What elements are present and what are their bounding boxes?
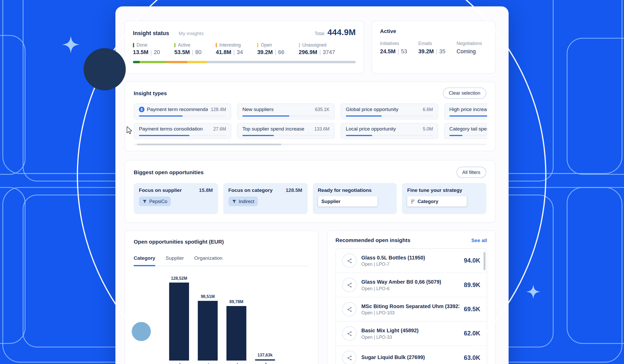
stat-count: 20 (154, 49, 160, 55)
total-value: 444.9M (327, 28, 356, 37)
recommended-card: Recommended open insights See all Glass … (327, 230, 495, 364)
insight-type-chip-new-suppliers[interactable]: New suppliers635.1K (237, 103, 335, 119)
insight-type-chip-top-supplier-spend-increase[interactable]: Top supplier spend increase133.6M (237, 123, 335, 139)
chip-value: 133.6M (314, 127, 330, 131)
chip-label: Global price opportunity (346, 107, 398, 112)
active-col-initiatives: Initiatives 24.5M|53 (380, 41, 407, 55)
share-icon (342, 302, 356, 316)
category-filter-chip[interactable]: Indirect (228, 197, 258, 206)
stat-label: Unassigned (302, 43, 327, 47)
recommended-item[interactable]: Basic Mix Light (45892)Open | LPO-33 62.… (336, 321, 487, 345)
status-progress-seg-0 (133, 61, 140, 63)
op-title: Focus on supplier (139, 187, 182, 193)
chip-value: 5.0M (423, 127, 433, 131)
status-progress-seg-4 (207, 61, 356, 63)
chip-progress-track (346, 135, 433, 136)
mouse-cursor (125, 126, 134, 135)
chip-value: 27.6M (213, 127, 226, 131)
tab-organization[interactable]: Organization (194, 256, 222, 266)
insight-chip-progress-1 (242, 115, 289, 117)
spotlight-card: Open opportunities spotlight (EUR) Categ… (125, 230, 318, 364)
chart-bar-group: 137,63k ed (255, 353, 275, 361)
insight-type-chip-payment-terms-consolidation[interactable]: Payment terms consolidation27.6M (134, 123, 231, 139)
col-label: Emails (418, 41, 445, 46)
insight-type-chip-high-price-increase[interactable]: High price increase (444, 103, 487, 119)
insight-type-chip-global-price-opportunity[interactable]: Global price opportunity6.6M (341, 103, 438, 119)
bar-value-label: 98,51M (201, 294, 215, 299)
stat-count: 3747 (323, 49, 335, 55)
insight-type-chip-local-price-opportunity[interactable]: Local price opportunity5.0M (341, 123, 438, 139)
active-card: Active Initiatives 24.5M|53 Emails 39.2M… (372, 21, 496, 74)
spotlight-title: Open opportunities spotlight (EUR) (134, 239, 224, 245)
tab-category[interactable]: Category (134, 256, 155, 266)
active-col-emails: Emails 39.2M|35 (418, 41, 445, 55)
divider: | (192, 49, 193, 55)
col-count: 35 (439, 48, 445, 54)
insight-chip-progress-5 (242, 135, 274, 136)
insight-type-chip-category-tail-spend[interactable]: Category tail spend (444, 123, 487, 139)
opportunity-card-focus-supplier: Focus on supplier15.8M PepsiCo (134, 183, 218, 214)
all-filters-button[interactable]: All filters (456, 167, 486, 178)
item-value: 62.0K (464, 330, 480, 337)
dollar-icon: $ (139, 107, 144, 112)
stat-label: Open (261, 43, 272, 47)
recommended-item[interactable]: Glass 0.5L Bottles (11950)Open | LPO-7 9… (336, 249, 487, 273)
bar-value-label: 89,78M (229, 299, 243, 304)
horizontal-scrollbar-thumb[interactable] (137, 144, 282, 145)
item-meta: Open | LPO-103 (361, 310, 459, 315)
divider: | (319, 49, 321, 55)
my-insights-tab[interactable]: My insights (179, 31, 204, 36)
category-select[interactable]: Category (407, 196, 467, 207)
decor-dark-circle (83, 48, 126, 90)
chip-value: 128.4M (211, 107, 226, 112)
stat-count: 66 (278, 49, 284, 55)
insight-chip-progress-4 (139, 135, 189, 136)
op-value: 128.5M (286, 187, 302, 193)
share-icon (342, 278, 356, 292)
bar-value-label: 128,52M (171, 276, 187, 281)
divider: | (436, 48, 437, 54)
horizontal-scrollbar (134, 144, 486, 145)
supplier-filter-chip[interactable]: PepsiCo (139, 197, 171, 206)
chart-bar-2[interactable] (226, 306, 246, 361)
insight-types-title: Insight types (134, 90, 167, 96)
insight-types-card: Insight types Clear selection $Payment t… (125, 82, 496, 151)
col-value: 39.2M (418, 48, 434, 54)
chip-progress-track (346, 115, 433, 117)
item-name: Sugar Liquid Bulk (27699) (361, 354, 425, 360)
recommended-item[interactable]: Sugar Liquid Bulk (27699) 63.0K (336, 346, 487, 364)
vertical-scrollbar-thumb[interactable] (484, 252, 486, 270)
chip-label: Top supplier spend increase (242, 126, 304, 132)
chart-bar-0[interactable] (169, 283, 189, 361)
item-value: 94.0K (464, 257, 480, 264)
clear-selection-button[interactable]: Clear selection (443, 88, 486, 99)
tab-supplier[interactable]: Supplier (166, 256, 184, 266)
recommended-item[interactable]: Glass Way Amber Btl 0,66 (5079)Open | LP… (336, 272, 487, 297)
col-value: Coming (457, 48, 482, 54)
insight-chip-progress-0 (139, 115, 183, 117)
chip-label: New suppliers (242, 107, 274, 112)
supplier-select[interactable]: Supplier (318, 196, 378, 207)
item-name: Basic Mix Light (45892) (361, 328, 419, 334)
divider: | (150, 49, 152, 55)
stat-marker-3 (257, 43, 258, 47)
chip-label: Category tail spend (449, 126, 487, 132)
insight-status-card: Insight status My insights Total 444.9M … (125, 21, 364, 74)
chart-bar-1[interactable] (198, 301, 218, 361)
decor-rect (0, 35, 25, 175)
status-progress-bar (133, 61, 356, 63)
op-title: Ready for negotiations (318, 187, 372, 193)
stat-marker-1 (174, 43, 176, 47)
see-all-link[interactable]: See all (471, 237, 487, 243)
opportunities-card: Biggest open opportunities All filters F… (125, 160, 496, 223)
chart-bar-3[interactable] (255, 359, 275, 361)
share-icon (342, 350, 356, 364)
chart-bar-group: 98,51M ois (198, 294, 218, 361)
stat-unassigned: Unassigned 296.9M|3747 (299, 43, 335, 55)
total-label: Total (315, 31, 324, 36)
recommended-item[interactable]: MSc Biting Room Separated Uhm (33923)Ope… (336, 297, 487, 321)
insight-chip-progress-7 (449, 135, 462, 136)
active-title: Active (380, 28, 396, 34)
insight-type-chip-payment-term-recommendation[interactable]: $Payment term recommenda...128.4M (134, 103, 231, 119)
field-text: Category (418, 199, 438, 204)
